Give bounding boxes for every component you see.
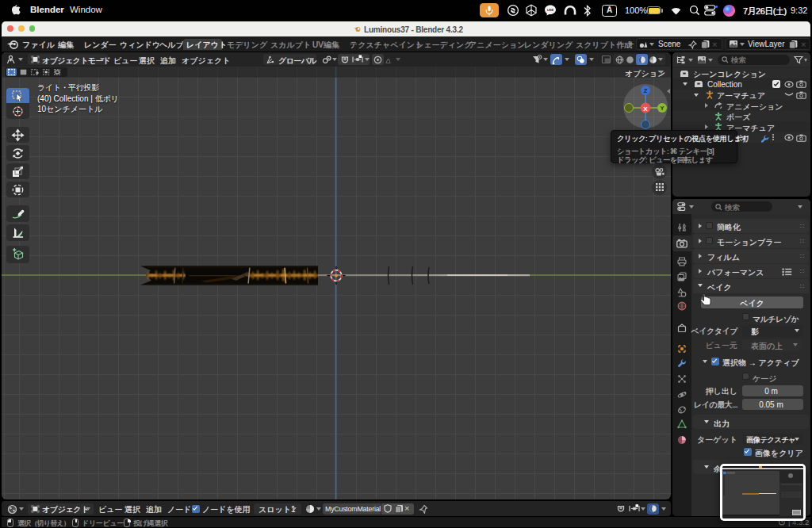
svg-text:Y: Y <box>660 105 664 112</box>
svg-text:X: X <box>643 105 648 113</box>
svg-text:Z: Z <box>644 87 648 94</box>
svg-text:LINE: LINE <box>547 9 554 12</box>
